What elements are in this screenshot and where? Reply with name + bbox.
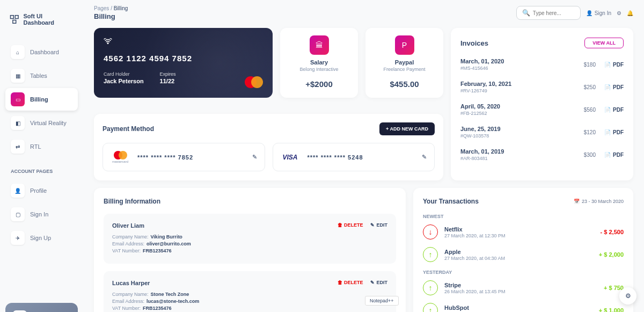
delete-button[interactable]: 🗑DELETE (338, 222, 363, 228)
invoice-row: March, 01, 2020#MS-415646$180📄PDF (460, 58, 624, 71)
signin-icon: ▢ (11, 207, 25, 221)
page-title: Billing (94, 12, 128, 20)
edit-icon[interactable]: ✎ (252, 154, 257, 161)
transactions-title: Your Transactions (423, 198, 479, 205)
nav-rtl[interactable]: ⇄RTL (5, 135, 78, 158)
mastercard-icon (245, 76, 263, 88)
search-box[interactable]: 🔍 (516, 6, 581, 20)
nav-billing[interactable]: ▭Billing (5, 88, 78, 111)
svg-rect-0 (10, 16, 13, 19)
topbar: Pages / Billing Billing 🔍 👤Sign In ⚙ 🔔 (94, 5, 633, 20)
edit-icon[interactable]: ✎ (422, 154, 427, 161)
payment-method-panel: Payment Method + ADD NEW CARD mastercard… (94, 114, 443, 180)
main-content: Pages / Billing Billing 🔍 👤Sign In ⚙ 🔔 4… (83, 0, 644, 312)
invoice-row: March, 01, 2019#AR-803481$300📄PDF (460, 148, 624, 161)
invoice-row: June, 25, 2019#QW-103578$120📄PDF (460, 126, 624, 139)
arrow-up-icon: ↑ (423, 303, 438, 312)
pdf-icon: 📄 (604, 62, 611, 68)
vr-icon: ◧ (11, 116, 25, 130)
viewall-button[interactable]: VIEW ALL (584, 38, 624, 48)
paypal-icon: P (395, 35, 414, 55)
card-holder: Jack Peterson (104, 78, 144, 84)
arrow-up-icon: ↑ (423, 280, 438, 295)
settings-float-button[interactable]: ⚙ (619, 287, 636, 304)
card-number: 4562 1122 4594 7852 (104, 54, 263, 63)
logo[interactable]: Soft UI Dashboard (5, 9, 78, 30)
notepad-tag[interactable]: Notepad++ (365, 296, 399, 306)
transaction-row: ↑HubSpot26 March 2020, at 12:30 PM+ $ 1,… (423, 303, 624, 312)
delete-button[interactable]: 🗑DELETE (338, 280, 363, 285)
add-card-button[interactable]: + ADD NEW CARD (379, 122, 435, 135)
transaction-row: ↑Stripe26 March 2020, at 13:45 PM+ $ 750 (423, 280, 624, 295)
wifi-icon (104, 38, 263, 46)
home-icon: ⌂ (11, 45, 25, 59)
trash-icon: 🗑 (338, 222, 342, 228)
section-account: ACCOUNT PAGES (5, 163, 78, 179)
mastercard-icon (114, 151, 127, 159)
pdf-button[interactable]: 📄PDF (604, 84, 624, 90)
bell-icon[interactable]: 🔔 (627, 10, 633, 16)
tables-icon: ▦ (11, 69, 25, 83)
signin-link[interactable]: 👤Sign In (586, 10, 611, 16)
edit-button[interactable]: ✎EDIT (370, 222, 387, 228)
search-icon: 🔍 (522, 9, 530, 17)
logo-icon (10, 14, 19, 24)
nav-dashboard[interactable]: ⌂Dashboard (5, 41, 78, 63)
transaction-row: ↓Netflix27 March 2020, at 12:30 PM- $ 2,… (423, 224, 624, 240)
stat-paypal: P Paypal Freelance Payment $455.00 (365, 28, 443, 98)
invoices-panel: Invoices VIEW ALL March, 01, 2020#MS-415… (451, 28, 633, 180)
pdf-button[interactable]: 📄PDF (604, 62, 624, 68)
svg-rect-1 (15, 16, 18, 19)
payment-title: Payment Method (103, 125, 154, 133)
payment-card: VISA**** **** **** 5248✎ (273, 143, 435, 171)
rtl-icon: ⇄ (11, 140, 25, 154)
bank-icon: 🏛 (310, 35, 329, 55)
pdf-icon: 📄 (604, 152, 611, 158)
billing-info-panel: Billing Information Oliver Liam🗑DELETE✎E… (94, 188, 406, 312)
pdf-icon: 📄 (604, 84, 611, 90)
billing-item: Oliver Liam🗑DELETE✎EDITCompany Name:Viki… (104, 214, 396, 264)
nav-vr[interactable]: ◧Virtual Reality (5, 112, 78, 134)
invoice-row: February, 10, 2021#RV-126749$250📄PDF (460, 81, 624, 93)
edit-button[interactable]: ✎EDIT (370, 280, 387, 285)
nav-tables[interactable]: ▦Tables (5, 64, 78, 87)
svg-rect-2 (13, 20, 16, 23)
logo-text: Soft UI Dashboard (24, 13, 74, 26)
trash-icon: 🗑 (338, 280, 342, 285)
pencil-icon: ✎ (370, 222, 375, 228)
transactions-panel: Your Transactions 📅23 - 30 March 2020 NE… (413, 188, 633, 312)
nav-profile[interactable]: 👤Profile (5, 179, 78, 202)
help-card: 💡 Need help? Please check our docs DOCUM… (5, 303, 78, 312)
credit-card: 4562 1122 4594 7852 Card HolderJack Pete… (94, 28, 273, 98)
invoice-row: April, 05, 2020#FB-212562$560📄PDF (460, 103, 624, 116)
profile-icon: 👤 (11, 184, 25, 198)
pdf-icon: 📄 (604, 107, 611, 113)
arrow-down-icon: ↓ (423, 224, 438, 240)
arrow-up-icon: ↑ (423, 247, 438, 262)
billing-title: Billing Information (104, 198, 396, 205)
search-input[interactable] (533, 10, 575, 16)
breadcrumb: Pages / Billing (94, 5, 128, 11)
visa-icon: VISA (282, 154, 297, 161)
pdf-button[interactable]: 📄PDF (604, 107, 624, 113)
transactions-range: 📅23 - 30 March 2020 (574, 199, 624, 204)
stat-salary: 🏛 Salary Belong Interactive +$2000 (280, 28, 358, 98)
user-icon: 👤 (586, 10, 592, 16)
settings-icon[interactable]: ⚙ (617, 10, 621, 16)
billing-item: Lucas Harper🗑DELETE✎EDITCompany Name:Sto… (104, 271, 396, 312)
sidebar: Soft UI Dashboard ⌂Dashboard ▦Tables ▭Bi… (0, 0, 83, 312)
pencil-icon: ✎ (370, 280, 375, 285)
pdf-button[interactable]: 📄PDF (604, 129, 624, 135)
nav-signin[interactable]: ▢Sign In (5, 203, 78, 226)
billing-icon: ▭ (11, 92, 25, 106)
card-expires: 11/22 (160, 78, 176, 84)
nav-signup[interactable]: ✈Sign Up (5, 227, 78, 249)
invoices-title: Invoices (460, 39, 488, 47)
pdf-icon: 📄 (604, 129, 611, 135)
transaction-row: ↑Apple27 March 2020, at 04:30 AM+ $ 2,00… (423, 247, 624, 262)
calendar-icon: 📅 (574, 199, 580, 204)
pdf-button[interactable]: 📄PDF (604, 152, 624, 158)
signup-icon: ✈ (11, 231, 25, 245)
payment-card: mastercard**** **** **** 7852✎ (103, 143, 265, 171)
